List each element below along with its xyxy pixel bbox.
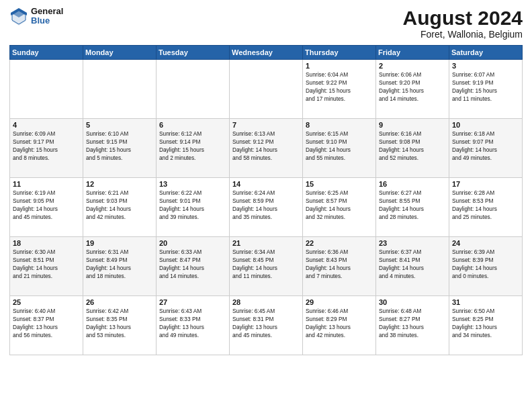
table-row: 12Sunrise: 6:21 AMSunset: 9:03 PMDayligh… (83, 178, 157, 237)
table-row (83, 60, 157, 119)
table-row: 6Sunrise: 6:12 AMSunset: 9:14 PMDaylight… (157, 119, 230, 178)
day-number: 2 (379, 62, 446, 70)
table-row: 18Sunrise: 6:30 AMSunset: 8:51 PMDayligh… (10, 237, 83, 296)
day-number: 30 (379, 298, 446, 306)
day-number: 11 (13, 180, 80, 188)
calendar-table: Sunday Monday Tuesday Wednesday Thursday… (9, 45, 523, 355)
day-number: 14 (232, 180, 300, 188)
day-info: Sunrise: 6:45 AMSunset: 8:31 PMDaylight:… (232, 307, 300, 339)
table-row: 11Sunrise: 6:19 AMSunset: 9:05 PMDayligh… (10, 178, 83, 237)
calendar-week-row: 25Sunrise: 6:40 AMSunset: 8:37 PMDayligh… (10, 296, 523, 355)
table-row: 15Sunrise: 6:25 AMSunset: 8:57 PMDayligh… (303, 178, 376, 237)
day-number: 23 (379, 239, 446, 247)
day-info: Sunrise: 6:13 AMSunset: 9:12 PMDaylight:… (232, 130, 300, 162)
calendar-subtitle: Foret, Wallonia, Belgium (403, 29, 523, 40)
day-number: 6 (159, 121, 226, 129)
day-info: Sunrise: 6:37 AMSunset: 8:41 PMDaylight:… (379, 248, 446, 280)
table-row: 8Sunrise: 6:15 AMSunset: 9:10 PMDaylight… (303, 119, 376, 178)
table-row: 14Sunrise: 6:24 AMSunset: 8:59 PMDayligh… (230, 178, 303, 237)
day-info: Sunrise: 6:33 AMSunset: 8:47 PMDaylight:… (159, 248, 226, 280)
day-info: Sunrise: 6:48 AMSunset: 8:27 PMDaylight:… (379, 307, 446, 339)
day-number: 18 (13, 239, 80, 247)
day-number: 17 (452, 180, 519, 188)
day-info: Sunrise: 6:42 AMSunset: 8:35 PMDaylight:… (86, 307, 153, 339)
day-number: 29 (306, 298, 373, 306)
table-row: 2Sunrise: 6:06 AMSunset: 9:20 PMDaylight… (376, 60, 449, 119)
day-info: Sunrise: 6:40 AMSunset: 8:37 PMDaylight:… (13, 307, 80, 339)
table-row: 20Sunrise: 6:33 AMSunset: 8:47 PMDayligh… (157, 237, 230, 296)
day-number: 16 (379, 180, 446, 188)
day-info: Sunrise: 6:25 AMSunset: 8:57 PMDaylight:… (306, 189, 373, 221)
day-info: Sunrise: 6:21 AMSunset: 9:03 PMDaylight:… (86, 189, 153, 221)
calendar-week-row: 1Sunrise: 6:04 AMSunset: 9:22 PMDaylight… (10, 60, 523, 119)
logo-icon (9, 7, 28, 26)
table-row: 26Sunrise: 6:42 AMSunset: 8:35 PMDayligh… (83, 296, 157, 355)
table-row: 27Sunrise: 6:43 AMSunset: 8:33 PMDayligh… (157, 296, 230, 355)
day-info: Sunrise: 6:04 AMSunset: 9:22 PMDaylight:… (306, 71, 373, 103)
day-number: 24 (452, 239, 519, 247)
day-info: Sunrise: 6:27 AMSunset: 8:55 PMDaylight:… (379, 189, 446, 221)
title-block: August 2024 Foret, Wallonia, Belgium (403, 7, 523, 40)
table-row (230, 60, 303, 119)
day-number: 4 (13, 121, 80, 129)
table-row: 22Sunrise: 6:36 AMSunset: 8:43 PMDayligh… (303, 237, 376, 296)
day-info: Sunrise: 6:50 AMSunset: 8:25 PMDaylight:… (452, 307, 519, 339)
day-info: Sunrise: 6:46 AMSunset: 8:29 PMDaylight:… (306, 307, 373, 339)
day-info: Sunrise: 6:07 AMSunset: 9:19 PMDaylight:… (452, 71, 519, 103)
day-info: Sunrise: 6:31 AMSunset: 8:49 PMDaylight:… (86, 248, 153, 280)
day-info: Sunrise: 6:28 AMSunset: 8:53 PMDaylight:… (452, 189, 519, 221)
calendar-week-row: 4Sunrise: 6:09 AMSunset: 9:17 PMDaylight… (10, 119, 523, 178)
table-row: 19Sunrise: 6:31 AMSunset: 8:49 PMDayligh… (83, 237, 157, 296)
day-number: 8 (306, 121, 373, 129)
day-number: 31 (452, 298, 519, 306)
day-info: Sunrise: 6:24 AMSunset: 8:59 PMDaylight:… (232, 189, 300, 221)
day-number: 19 (86, 239, 153, 247)
day-info: Sunrise: 6:15 AMSunset: 9:10 PMDaylight:… (306, 130, 373, 162)
day-number: 26 (86, 298, 153, 306)
page-header: General Blue August 2024 Foret, Wallonia… (9, 7, 523, 40)
day-number: 5 (86, 121, 153, 129)
logo-line2: Blue (31, 16, 63, 26)
table-row: 1Sunrise: 6:04 AMSunset: 9:22 PMDaylight… (303, 60, 376, 119)
day-info: Sunrise: 6:19 AMSunset: 9:05 PMDaylight:… (13, 189, 80, 221)
day-info: Sunrise: 6:16 AMSunset: 9:08 PMDaylight:… (379, 130, 446, 162)
day-number: 12 (86, 180, 153, 188)
table-row: 5Sunrise: 6:10 AMSunset: 9:15 PMDaylight… (83, 119, 157, 178)
weekday-tuesday: Tuesday (157, 46, 230, 60)
day-number: 28 (232, 298, 300, 306)
table-row: 3Sunrise: 6:07 AMSunset: 9:19 PMDaylight… (449, 60, 523, 119)
calendar-header-row: Sunday Monday Tuesday Wednesday Thursday… (10, 46, 523, 60)
day-number: 15 (306, 180, 373, 188)
logo-line1: General (31, 7, 63, 16)
day-info: Sunrise: 6:10 AMSunset: 9:15 PMDaylight:… (86, 130, 153, 162)
weekday-thursday: Thursday (303, 46, 376, 60)
calendar-week-row: 11Sunrise: 6:19 AMSunset: 9:05 PMDayligh… (10, 178, 523, 237)
table-row: 30Sunrise: 6:48 AMSunset: 8:27 PMDayligh… (376, 296, 449, 355)
table-row (10, 60, 83, 119)
logo-text: General Blue (31, 7, 63, 26)
day-number: 7 (232, 121, 300, 129)
table-row: 16Sunrise: 6:27 AMSunset: 8:55 PMDayligh… (376, 178, 449, 237)
table-row: 10Sunrise: 6:18 AMSunset: 9:07 PMDayligh… (449, 119, 523, 178)
table-row: 21Sunrise: 6:34 AMSunset: 8:45 PMDayligh… (230, 237, 303, 296)
page-container: General Blue August 2024 Foret, Wallonia… (0, 0, 532, 411)
table-row: 9Sunrise: 6:16 AMSunset: 9:08 PMDaylight… (376, 119, 449, 178)
weekday-wednesday: Wednesday (230, 46, 303, 60)
table-row: 13Sunrise: 6:22 AMSunset: 9:01 PMDayligh… (157, 178, 230, 237)
table-row (157, 60, 230, 119)
day-info: Sunrise: 6:36 AMSunset: 8:43 PMDaylight:… (306, 248, 373, 280)
day-number: 20 (159, 239, 226, 247)
day-number: 27 (159, 298, 226, 306)
table-row: 23Sunrise: 6:37 AMSunset: 8:41 PMDayligh… (376, 237, 449, 296)
table-row: 17Sunrise: 6:28 AMSunset: 8:53 PMDayligh… (449, 178, 523, 237)
table-row: 28Sunrise: 6:45 AMSunset: 8:31 PMDayligh… (230, 296, 303, 355)
day-number: 13 (159, 180, 226, 188)
table-row: 31Sunrise: 6:50 AMSunset: 8:25 PMDayligh… (449, 296, 523, 355)
day-info: Sunrise: 6:12 AMSunset: 9:14 PMDaylight:… (159, 130, 226, 162)
day-info: Sunrise: 6:22 AMSunset: 9:01 PMDaylight:… (159, 189, 226, 221)
day-number: 25 (13, 298, 80, 306)
table-row: 24Sunrise: 6:39 AMSunset: 8:39 PMDayligh… (449, 237, 523, 296)
calendar-title: August 2024 (403, 7, 523, 29)
weekday-sunday: Sunday (10, 46, 83, 60)
weekday-saturday: Saturday (449, 46, 523, 60)
